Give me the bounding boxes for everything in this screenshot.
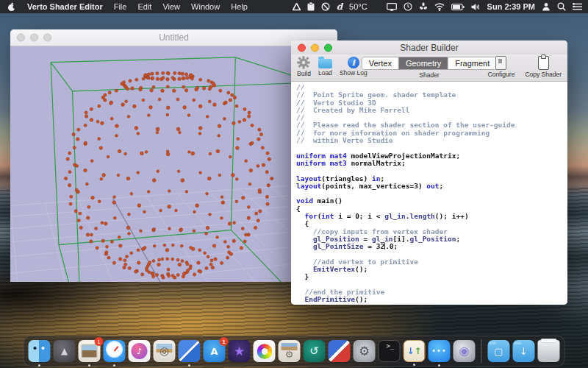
drop-icon[interactable] [293,1,301,12]
dock: ▲1♪◎A1★⚙↺⚙>_↓↑•••◉▢↓ [24,336,565,367]
dock-item-documents-folder[interactable]: ▢ [488,340,510,362]
info-icon: i [348,57,359,68]
dock-item-imovie[interactable]: ★ [229,340,251,362]
gear-icon [297,56,310,69]
notification-badge: 1 [95,337,104,346]
running-indicator [113,364,115,367]
segment-geometry[interactable]: Geometry [399,57,448,69]
configure-icon [495,56,506,70]
fan-icon[interactable] [419,1,428,12]
shader-window-controls [298,43,332,52]
dock-item-trash[interactable] [538,340,560,362]
running-indicator [413,364,415,366]
dock-item-dvd-player[interactable]: ◉ [453,340,476,362]
running-indicator [438,364,440,367]
running-indicator [188,364,190,367]
dock-item-image-capture[interactable]: ⚙ [279,340,301,362]
battery-icon[interactable] [451,1,465,12]
code-line: // Created by Mike Farrell [296,107,567,114]
shader-group-label: Shader [419,71,439,79]
code-line: } [296,304,567,305]
dock-item-time-machine[interactable]: ↺ [304,340,326,362]
menu-bar: Verto Shader Editor FileEditViewWindowHe… [0,0,588,13]
shader-type-segmented-control: VertexGeometryFragment [362,57,498,70]
build-button[interactable]: Build [297,56,311,77]
code-line: EndPrimitive(); [296,296,567,303]
menu-clock[interactable]: Sun 2:39 PM [487,2,535,11]
running-indicator [88,364,90,367]
code-line: gl_PointSize = 32.0; [296,243,567,250]
zoom-button[interactable] [324,43,332,52]
viewport-window-titlebar[interactable]: Untitled [10,29,337,46]
airplay-icon[interactable] [387,1,397,12]
apple-menu-icon[interactable] [7,1,16,12]
clipboard-icon[interactable] [307,1,315,12]
code-line: void main() [296,197,567,205]
shader-window-title: Shader Builder [400,43,458,53]
folder-icon [318,59,332,68]
shader-code-editor[interactable]: //// Point Sprite geom. shader template/… [291,82,567,305]
dock-item-vmware-fusion[interactable] [329,340,351,362]
close-button[interactable] [17,34,25,42]
dock-item-app-store[interactable]: A1 [204,340,226,362]
clipboard-copy-icon [538,56,549,70]
dock-item-finder[interactable] [29,340,51,362]
menu-help[interactable]: Help [231,2,248,11]
dock-item-terminal[interactable]: >_ [379,340,401,362]
segment-vertex[interactable]: Vertex [362,57,399,69]
shader-builder-window: Shader Builder [291,40,567,305]
do-not-disturb-icon[interactable] [321,1,330,12]
viewport-3d[interactable] [10,46,337,282]
copy-shader-label: Copy Shader [525,71,562,78]
dock-separator [481,339,482,363]
viewport-window-controls [17,34,51,42]
dock-item-messages[interactable]: ••• [429,340,451,362]
dock-item-transmit[interactable]: ↓↑ [404,340,426,362]
load-label: Load [318,69,332,77]
code-line: // within Verto Studio [296,137,567,144]
copy-shader-button[interactable]: Copy Shader [525,56,562,78]
minimize-button[interactable] [30,34,38,42]
build-label: Build [297,70,311,77]
menu-view[interactable]: View [162,2,180,11]
dock-item-preview[interactable]: ◎ [154,340,176,362]
segment-fragment[interactable]: Fragment [448,57,496,69]
dock-item-photos[interactable] [254,340,276,362]
dock-item-downloads-folder[interactable]: ↓ [513,340,535,362]
code-line: } [296,273,567,280]
notification-center-icon[interactable] [573,1,582,12]
viewport-window-title: Untitled [159,32,189,43]
shader-window-titlebar[interactable]: Shader Builder [291,40,567,54]
dock-item-launchpad[interactable]: ▲ [54,340,76,362]
viewport-window: Untitled [10,29,337,282]
spotlight-icon[interactable] [557,1,566,12]
viewport-content [10,46,337,282]
shader-toolbar: Build Load i Show Log VertexGeometryFrag… [291,54,567,82]
code-line: for(int i = 0; i < gl_in.length(); i++) [296,213,567,220]
dock-item-itunes[interactable]: ♪ [129,340,151,362]
code-line: EmitVertex(); [296,266,567,273]
user-icon[interactable] [542,1,551,12]
code-line: layout(points, max_vertices=3) out; [296,183,567,190]
menu-app-name[interactable]: Verto Shader Editor [27,2,103,11]
dock-item-mail[interactable]: 1 [79,340,101,362]
wifi-icon[interactable] [434,1,445,12]
menu-window[interactable]: Window [191,2,220,11]
dashlane-icon[interactable]: d [337,1,343,12]
menu-edit[interactable]: Edit [137,2,151,11]
shader-segment-group: VertexGeometryFragment Shader [362,57,498,79]
zoom-button[interactable] [43,34,51,42]
menu-items: FileEditViewWindowHelp [114,2,248,11]
clock-icon[interactable] [404,1,412,12]
close-button[interactable] [298,43,306,52]
code-line: uniform mat3 normalMatrix; [296,160,567,167]
temperature-status[interactable]: 50°C [349,2,368,11]
dock-item-system-preferences[interactable]: ⚙ [354,340,376,362]
desktop: Verto Shader Editor FileEditViewWindowHe… [0,0,588,368]
menu-file[interactable]: File [114,2,127,11]
volume-icon[interactable] [471,1,481,12]
dock-item-xcode[interactable] [179,340,201,362]
load-button[interactable]: Load [318,56,332,77]
minimize-button[interactable] [311,43,319,52]
dock-item-safari[interactable] [104,340,126,362]
